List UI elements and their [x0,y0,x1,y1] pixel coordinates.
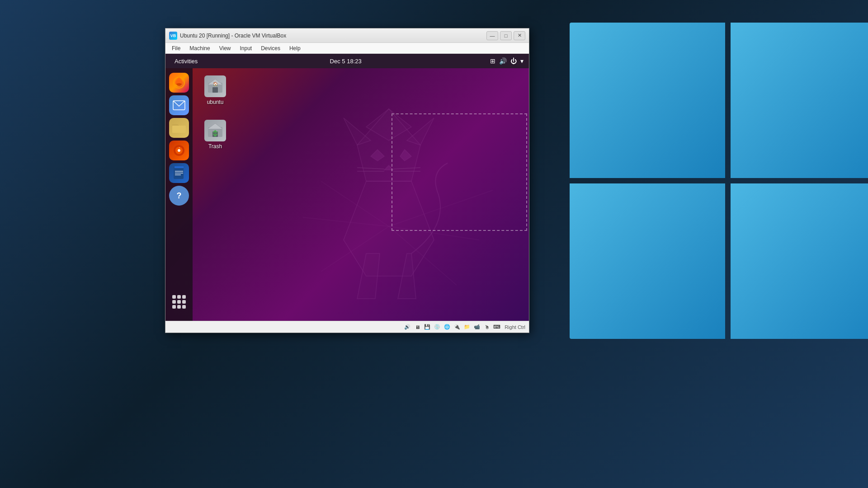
svg-text:?: ? [177,191,182,200]
menu-file[interactable]: File [167,44,185,52]
svg-marker-11 [344,181,434,276]
ubuntu-sidebar: ? [165,68,193,321]
svg-rect-28 [175,166,184,168]
desktop-icon-home[interactable]: 🏠 ubuntu [197,73,233,108]
status-keyboard-icon[interactable]: ⌨ [493,323,501,331]
apps-grid-dots [172,295,186,309]
menu-input[interactable]: Input [236,44,257,52]
vbox-window-controls: — □ ✕ [486,31,525,40]
cat-wallpaper [276,82,502,321]
desktop-icon-trash[interactable]: Trash [197,117,233,152]
vbox-statusbar: 🔊 🖥 💾 💿 🌐 🔌 📁 📹 🖱 ⌨ Right Ctrl [165,321,529,333]
win-quad-4 [731,183,868,339]
sidebar-item-firefox[interactable] [169,73,189,93]
sidebar-item-email[interactable] [169,95,189,115]
windows-logo-area [533,0,868,488]
vbox-app-icon: VB [169,32,177,40]
menu-help[interactable]: Help [285,44,305,52]
trash-icon [204,120,226,141]
status-display-icon[interactable]: 🖥 [413,323,421,331]
status-usb-icon[interactable]: 🔌 [453,323,461,331]
sidebar-item-files[interactable] [169,118,189,138]
svg-rect-35 [212,87,218,93]
svg-rect-23 [172,126,186,133]
menu-machine[interactable]: Machine [185,44,214,52]
minimize-button[interactable]: — [486,31,498,40]
ubuntu-clock: Dec 5 18:23 [201,58,490,65]
menu-devices[interactable]: Devices [256,44,285,52]
vbox-title: Ubuntu 20 [Running] - Oracle VM VirtualB… [180,33,486,39]
show-applications-button[interactable] [169,292,189,312]
win-quad-1 [570,23,725,178]
sidebar-item-music[interactable] [169,141,189,160]
sidebar-item-help[interactable]: ? [169,186,189,206]
status-cd-icon[interactable]: 💿 [433,323,441,331]
home-folder-icon: 🏠 [204,75,226,97]
ubuntu-vm-content: Activities Dec 5 18:23 ⊞ 🔊 ⏻ ▾ [165,54,529,321]
close-button[interactable]: ✕ [514,31,525,40]
dot [182,300,186,304]
svg-rect-27 [174,166,184,179]
status-network-icon[interactable]: 🌐 [443,323,451,331]
right-ctrl-label: Right Ctrl [505,324,525,330]
activities-button[interactable]: Activities [171,56,201,66]
status-capture-icon[interactable]: 📹 [473,323,481,331]
desktop-icons: 🏠 ubuntu [197,73,233,152]
ubuntu-topbar: Activities Dec 5 18:23 ⊞ 🔊 ⏻ ▾ [165,54,529,68]
dot [177,295,181,299]
svg-marker-1 [344,118,371,145]
dot [172,295,176,299]
volume-icon[interactable]: 🔊 [499,57,507,65]
vbox-menubar: File Machine View Input Devices Help [165,43,529,54]
dot [182,305,186,309]
ubuntu-topbar-right: ⊞ 🔊 ⏻ ▾ [490,57,524,65]
home-folder-label: ubuntu [207,99,224,105]
ubuntu-desktop[interactable]: ? [165,68,529,321]
dot [177,300,181,304]
trash-label: Trash [208,143,222,150]
sidebar-item-writer[interactable] [169,163,189,183]
maximize-button[interactable]: □ [500,31,512,40]
virtualbox-window: VB Ubuntu 20 [Running] - Oracle VM Virtu… [165,28,529,333]
dot [182,295,186,299]
svg-text:🏠: 🏠 [213,81,218,87]
win-quad-2 [731,23,868,178]
dot [172,300,176,304]
network-icon[interactable]: ⊞ [490,57,495,65]
svg-point-26 [178,149,180,152]
status-audio-icon[interactable]: 🔊 [403,323,411,331]
status-storage-icon[interactable]: 💾 [423,323,431,331]
menu-view[interactable]: View [215,44,236,52]
status-mouse-icon[interactable]: 🖱 [483,323,491,331]
system-menu-icon[interactable]: ▾ [520,57,524,65]
dot [172,305,176,309]
windows-logo [570,23,868,339]
dot [177,305,181,309]
status-shared-icon[interactable]: 📁 [463,323,471,331]
svg-marker-2 [407,118,434,145]
vbox-titlebar: VB Ubuntu 20 [Running] - Oracle VM Virtu… [165,28,529,43]
power-icon[interactable]: ⏻ [510,57,517,65]
win-quad-3 [570,183,725,339]
